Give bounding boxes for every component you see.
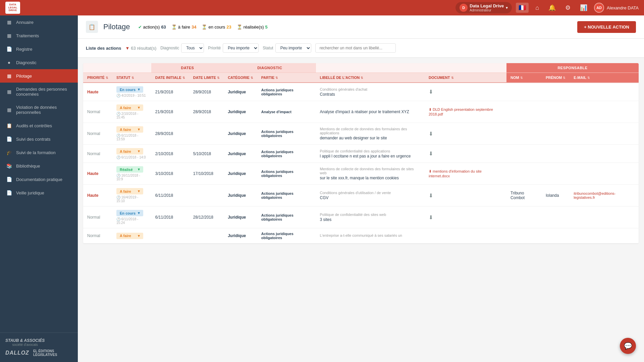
language-switcher[interactable]: 🇫🇷 [516,3,529,13]
document-link[interactable]: ⬇ DLD English presentation septembre 201… [429,107,493,116]
statut-label: Statut [263,46,273,50]
libelle-text: demander au web designer sur le site [320,136,387,140]
download-icon[interactable]: ⬇ [429,131,433,137]
statut-filter: Statut Peu importe [263,43,311,53]
col-partie[interactable]: PARTIE ⇅ [257,73,316,83]
col-priorite[interactable]: PRIORITÉ ⇅ [83,73,112,83]
cell-statut: A faire ▾ 🕐 6/11/2018 - 13:59 [112,123,151,145]
group-header-empty [83,63,151,73]
sidebar-item-label: Veille juridique [16,190,44,195]
cell-date-limite: 17/10/2018 [189,163,224,185]
chevron-icon: ▾ [138,234,140,238]
libelle-text: l appli l occitane n est pas a jour a fa… [320,154,411,159]
cell-document: ⬇ [425,145,506,163]
status-dropdown[interactable]: A faire ▾ [116,104,143,111]
sidebar-item-label: Suivi de la formation [16,150,56,155]
analytics-icon[interactable]: 📊 [577,3,590,13]
sidebar-item-suivi-formation[interactable]: 🎓 Suivi de la formation [0,146,78,159]
sidebar-item-label: Registre [16,47,32,52]
status-dropdown[interactable]: En cours ▾ [116,210,143,216]
footer-el: EL ÉDITIONS LÉGISLATIVES [33,349,72,357]
cell-nom [506,228,542,243]
cell-partie: Actions juridiques obligatoires [257,83,316,101]
priorite-select[interactable]: Peu importe [223,43,259,53]
libelle-text: CGV [320,195,329,200]
col-libelle[interactable]: LIBELLÉ DE L'ACTION ⇅ [316,73,425,83]
stat-en-cours: ⏳ en cours 23 [202,25,231,30]
status-dropdown[interactable]: Réalisé ▾ [116,166,143,173]
download-icon[interactable]: ⬇ [429,151,433,156]
sidebar-item-label: Suivi des contrats [16,137,51,142]
sidebar-item-audits[interactable]: 📋 Audits et contrôles [0,119,78,132]
sidebar-item-suivi-contrats[interactable]: 📄 Suivi des contrats [0,132,78,146]
chat-button[interactable]: 💬 [620,338,636,354]
new-action-button[interactable]: + NOUVELLE ACTION [577,21,636,33]
col-nom[interactable]: NOM ⇅ [506,73,542,83]
settings-icon[interactable]: ⚙ [562,3,573,13]
home-icon[interactable]: ⌂ [533,3,542,13]
stat-realisees-count: 5 [265,25,267,30]
sidebar-item-registre[interactable]: 📄 Registre [0,42,78,56]
stat-cours-count: 23 [226,25,231,30]
search-input[interactable] [315,43,396,53]
sidebar-item-demandes[interactable]: ▦ Demandes des personnes concernées [0,83,78,101]
org-switcher[interactable]: D Data Legal Drive Administrateur ▾ [455,2,512,13]
user-menu[interactable]: AD Alexandre DATA [594,3,639,13]
col-document[interactable]: DOCUMENT ⇅ [425,73,506,83]
download-icon[interactable]: ⬇ [429,215,433,220]
sidebar-item-veille[interactable]: 📄 Veille juridique [0,186,78,199]
document-link[interactable]: ⬇ mentions d'information du site interne… [429,169,482,178]
status-dropdown[interactable]: A faire ▾ [116,126,143,133]
sidebar-item-bibliotheque[interactable]: 📚 Bibliothèque [0,159,78,173]
logo-box: DATALEGALDRIVE [5,2,20,14]
sidebar-item-documentation[interactable]: 📄 Documentation pratique [0,173,78,186]
cell-prenom [542,163,570,185]
status-time: 🕐 16/4/2019 - 15:10 [116,195,147,203]
group-header-libelle [316,63,425,73]
statut-select[interactable]: Peu importe [275,43,311,53]
status-dropdown[interactable]: A faire ▾ [116,148,143,154]
user-avatar: AD [594,3,604,13]
status-dropdown[interactable]: A faire ▾ [116,188,143,194]
col-prenom[interactable]: PRÉNOM ⇅ [542,73,570,83]
libelle-title: Mentions de collecte de données des form… [320,167,421,175]
col-statut[interactable]: STATUT ⇅ [112,73,151,83]
cell-categorie: Juridique [224,228,257,243]
sidebar-item-pilotage[interactable]: ▦ Pilotage [0,69,78,83]
col-date-initiale[interactable]: DATE INITIALE ⇅ [151,73,189,83]
notification-icon[interactable]: 🔔 [546,3,558,13]
registre-icon: 📄 [6,46,12,52]
col-email[interactable]: E-MAIL ⇅ [570,73,639,83]
status-dropdown[interactable]: A faire ▾ [116,233,143,239]
chevron-icon: ▾ [138,127,140,132]
sidebar-item-annuaire[interactable]: ▦ Annuaire [0,15,78,29]
list-label: Liste des actions [86,46,121,51]
status-dropdown[interactable]: En cours ▾ [116,86,143,93]
cell-partie: Actions juridiques obligatoires [257,163,316,185]
sidebar-item-violation[interactable]: ▦ Violation de données personnelles [0,101,78,119]
diagnostic-select[interactable]: Tous [181,43,204,53]
group-header-dates: DATES [151,63,224,73]
sidebar-item-label: Documentation pratique [16,177,62,182]
priorite-filter: Priorité Peu importe [208,43,259,53]
status-time: 🕐 6/11/2018 - 15:24 [116,217,147,225]
cell-libelle: Politique de confidentialité des sites w… [316,207,425,228]
table-row: Haute Réalisé ▾ 🕐 16/11/2018 - 10:9 3/10… [83,163,639,185]
pilotage-icon: ▦ [6,73,12,79]
cell-statut: A faire ▾ 🕐 16/4/2019 - 15:10 [112,185,151,207]
sidebar-item-traitements[interactable]: ▦ Traitements [0,29,78,42]
col-categorie[interactable]: CATÉGORIE ⇅ [224,73,257,83]
org-icon: D [460,4,468,12]
sidebar-item-label: Violation de données personnelles [16,105,72,115]
sidebar-item-diagnostic[interactable]: ● Diagnostic [0,56,78,69]
cell-priorite: Normal [83,145,112,163]
topbar: DATALEGALDRIVE D Data Legal Drive Admini… [0,0,644,15]
libelle-text: 3 sites [320,217,332,222]
cell-date-initiale: 3/10/2018 [151,163,189,185]
download-icon[interactable]: ⬇ [429,89,433,95]
download-icon[interactable]: ⬇ [429,193,433,198]
cell-nom [506,145,542,163]
cell-statut: Réalisé ▾ 🕐 16/11/2018 - 10:9 [112,163,151,185]
cell-date-limite: 28/12/2018 [189,207,224,228]
col-date-limite[interactable]: DATE LIMITE ⇅ [189,73,224,83]
